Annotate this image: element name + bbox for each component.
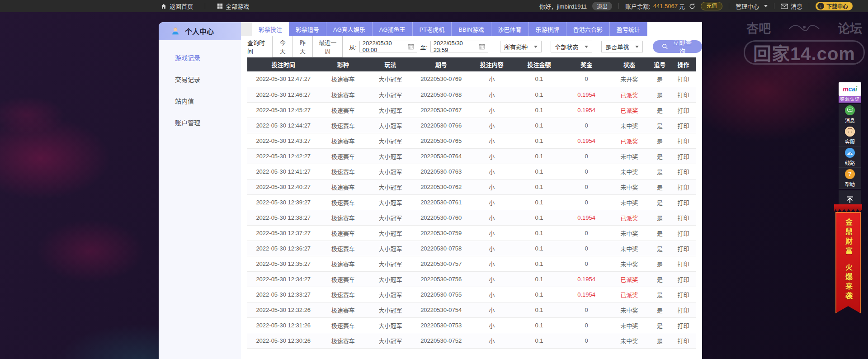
yesterday-button[interactable]: 昨天 <box>292 36 313 57</box>
cell-action[interactable]: 打印 <box>671 179 696 194</box>
cell-action[interactable]: 打印 <box>671 71 696 87</box>
all-games-button[interactable]: 全部游戏 <box>217 2 249 10</box>
cell-action[interactable]: 打印 <box>671 164 696 179</box>
cell-time: 2022-05-30 12:37:27 <box>247 225 320 241</box>
cell-action[interactable]: 打印 <box>671 256 696 271</box>
tab-8[interactable]: 香港六合彩 <box>566 22 610 36</box>
rail-item-0[interactable]: 消息 <box>839 104 861 125</box>
recharge-button[interactable]: 充值 <box>701 2 722 10</box>
sidebar-item-3[interactable]: 账户管理 <box>159 112 241 133</box>
to-date-value: 2022/05/30 23:59 <box>434 40 479 53</box>
cell-content: 小 <box>468 179 515 194</box>
tab-0[interactable]: 彩票投注 <box>252 22 289 36</box>
rail-item-2[interactable]: 线路 <box>839 146 861 168</box>
cell-issue: 20220530-0764 <box>414 148 468 164</box>
sidebar-item-0[interactable]: 游戏记录 <box>159 47 241 68</box>
cell-play: 大小冠军 <box>367 302 414 317</box>
tab-1[interactable]: 彩票追号 <box>289 22 326 36</box>
cell-action[interactable]: 打印 <box>671 302 696 317</box>
sidebar-header: 个人中心 <box>159 22 241 40</box>
cell-lottery: 极速赛车 <box>320 333 367 348</box>
cell-play: 大小冠军 <box>367 256 414 271</box>
cell-time: 2022-05-30 12:44:27 <box>247 118 320 133</box>
chevron-down-icon <box>635 46 639 48</box>
cell-action[interactable]: 打印 <box>671 271 696 287</box>
cell-play: 大小冠军 <box>367 179 414 194</box>
query-button[interactable]: 立即查询 <box>653 40 702 53</box>
cell-action[interactable]: 打印 <box>671 317 696 333</box>
tab-6[interactable]: 沙巴体育 <box>491 22 529 36</box>
logout-button[interactable]: 退出 <box>592 2 612 10</box>
cell-chase: 是 <box>648 271 671 287</box>
cell-time: 2022-05-30 12:39:27 <box>247 194 320 210</box>
cell-status: 未中奖 <box>610 256 649 271</box>
cell-issue: 20220530-0768 <box>414 87 468 102</box>
promo-banner[interactable]: 金鼎财富 火爆来袭 <box>835 204 861 313</box>
cell-issue: 20220530-0759 <box>414 225 468 241</box>
download-center-button[interactable]: ↓ 下载中心 <box>816 2 853 10</box>
rail-item-3[interactable]: ?帮助 <box>839 168 861 189</box>
to-date-input[interactable]: 2022/05/30 23:59 <box>430 41 488 52</box>
lottery-select[interactable]: 所有彩种 <box>500 41 542 52</box>
cell-action[interactable]: 打印 <box>671 333 696 348</box>
cell-content: 小 <box>468 256 515 271</box>
cell-lottery: 极速赛车 <box>320 102 367 118</box>
cell-lottery: 极速赛车 <box>320 271 367 287</box>
messages-button[interactable]: 消息 <box>781 2 802 10</box>
cell-action[interactable]: 打印 <box>671 102 696 118</box>
cell-content: 小 <box>468 164 515 179</box>
cell-chase: 是 <box>648 210 671 225</box>
back-home-button[interactable]: 返回首页 <box>160 2 193 10</box>
cell-action[interactable]: 打印 <box>671 118 696 133</box>
cell-chase: 是 <box>648 241 671 256</box>
cell-time: 2022-05-30 12:34:27 <box>247 271 320 287</box>
last-week-button[interactable]: 最近一周 <box>312 36 343 57</box>
rail-item-label: 客服 <box>845 138 855 145</box>
envelope-icon <box>781 4 788 9</box>
cell-chase: 是 <box>648 256 671 271</box>
customer-service-icon <box>845 127 855 137</box>
refresh-icon[interactable] <box>689 3 695 9</box>
table-row: 2022-05-30 12:35:27极速赛车大小冠军20220530-0757… <box>247 256 696 271</box>
tab-2[interactable]: AG真人娱乐 <box>326 22 373 36</box>
query-time-label: 查询时间 <box>247 38 268 55</box>
cell-prize: 0 <box>563 241 610 256</box>
single-select[interactable]: 是否单挑 <box>601 41 643 52</box>
cell-amount: 0.1 <box>515 179 563 194</box>
cell-status: 已派奖 <box>610 271 649 287</box>
tab-3[interactable]: AG捕鱼王 <box>373 22 413 36</box>
cell-action[interactable]: 打印 <box>671 225 696 241</box>
cell-content: 小 <box>468 333 515 348</box>
today-button[interactable]: 今天 <box>272 36 292 57</box>
cell-action[interactable]: 打印 <box>671 148 696 164</box>
cell-action[interactable]: 打印 <box>671 87 696 102</box>
sidebar-item-2[interactable]: 站内信 <box>159 90 241 112</box>
from-date-input[interactable]: 2022/05/30 00:00 <box>359 41 417 52</box>
cell-issue: 20220530-0755 <box>414 287 468 302</box>
sidebar-item-1[interactable]: 交易记录 <box>159 68 241 90</box>
cell-content: 小 <box>468 210 515 225</box>
cell-content: 小 <box>468 71 515 87</box>
chevron-down-icon <box>764 5 768 7</box>
cell-amount: 0.1 <box>515 333 563 348</box>
cert-logo[interactable]: mcai <box>839 82 861 96</box>
rail-item-1[interactable]: 客服 <box>839 125 861 146</box>
cell-status: 未中奖 <box>610 148 649 164</box>
admin-center-menu[interactable]: 管理中心 <box>736 2 768 10</box>
cell-lottery: 极速赛车 <box>320 148 367 164</box>
tab-lead-spacer <box>241 22 252 36</box>
divider <box>618 3 619 9</box>
tab-4[interactable]: PT老虎机 <box>413 22 452 36</box>
cell-prize: 0 <box>563 179 610 194</box>
tab-9[interactable]: 盈亏统计 <box>610 22 647 36</box>
status-select[interactable]: 全部状态 <box>551 41 592 52</box>
cell-action[interactable]: 打印 <box>671 241 696 256</box>
cell-action[interactable]: 打印 <box>671 210 696 225</box>
tab-7[interactable]: 乐游棋牌 <box>529 22 566 36</box>
cell-action[interactable]: 打印 <box>671 287 696 302</box>
cell-action[interactable]: 打印 <box>671 194 696 210</box>
cell-prize: 0 <box>563 148 610 164</box>
cell-content: 小 <box>468 102 515 118</box>
cell-action[interactable]: 打印 <box>671 133 696 148</box>
tab-5[interactable]: BBIN游戏 <box>452 22 491 36</box>
